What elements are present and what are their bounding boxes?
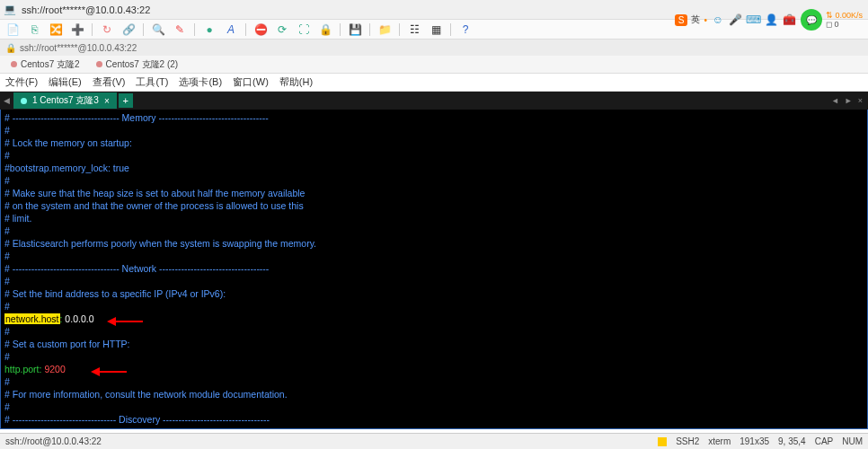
status-dot-icon bbox=[96, 61, 102, 67]
term-line: # on the system and that the owner of th… bbox=[4, 199, 864, 212]
plus-icon[interactable]: ➕ bbox=[68, 22, 86, 38]
link-icon[interactable]: 🔗 bbox=[120, 22, 137, 38]
menu-edit[interactable]: 编辑(E) bbox=[49, 75, 82, 89]
file-tab[interactable]: Centos7 克隆2 (2) bbox=[89, 57, 186, 73]
file-tab[interactable]: Centos7 克隆2 bbox=[4, 57, 87, 73]
window-title: ssh://root******@10.0.0.43:22 bbox=[22, 4, 150, 15]
status-pos: 9, 35,4 bbox=[778, 436, 806, 446]
dot-icon[interactable]: • bbox=[704, 15, 707, 25]
help-icon[interactable]: ? bbox=[456, 22, 474, 38]
session-dot-icon bbox=[21, 98, 27, 104]
nav-right-icon[interactable]: ► bbox=[845, 96, 853, 105]
tab-prev-icon[interactable]: ◀ bbox=[0, 96, 13, 105]
term-line: # ---------------------------------- Mem… bbox=[4, 111, 864, 124]
term-line: network.host: 0.0.0.0 bbox=[4, 313, 864, 325]
copy-icon[interactable]: ⎘ bbox=[25, 22, 43, 38]
term-line: # Elasticsearch performs poorly when the… bbox=[4, 237, 864, 250]
ime-icon[interactable]: S bbox=[675, 14, 688, 26]
term-line: # Set the bind address to a specific IP … bbox=[4, 287, 864, 300]
term-line: # limit. bbox=[4, 212, 864, 224]
menu-tool[interactable]: 工具(T) bbox=[136, 75, 168, 89]
chat-bubble-icon[interactable]: 💬 bbox=[801, 9, 822, 31]
term-line: # bbox=[4, 426, 864, 429]
status-indicator-icon bbox=[658, 437, 667, 446]
term-line: # bbox=[4, 174, 864, 187]
separator bbox=[369, 23, 370, 36]
menu-file[interactable]: 文件(F) bbox=[5, 75, 38, 89]
search-icon[interactable]: 🔍 bbox=[149, 22, 167, 38]
term-line: #bootstrap.memory_lock: true bbox=[4, 162, 864, 174]
nav-left-icon[interactable]: ◄ bbox=[831, 96, 839, 105]
separator bbox=[399, 23, 400, 36]
session-nav: ◄ ► × bbox=[826, 96, 868, 105]
save-icon[interactable]: 💾 bbox=[346, 22, 364, 38]
term-line: # bbox=[4, 250, 864, 262]
toolbox-icon[interactable]: 🧰 bbox=[783, 13, 797, 27]
term-line: # bbox=[4, 275, 864, 287]
lock-icon: 🔒 bbox=[5, 43, 16, 53]
block-icon[interactable]: ⛔ bbox=[252, 22, 270, 38]
lock-icon[interactable]: 🔒 bbox=[316, 22, 334, 38]
emoji-icon[interactable]: ☺ bbox=[711, 13, 725, 27]
term-line: # Lock the memory on startup: bbox=[4, 136, 864, 149]
term-line: # For more information, consult the netw… bbox=[4, 388, 864, 401]
term-line: http.port: 9200 bbox=[4, 363, 864, 375]
term-line: # bbox=[4, 375, 864, 388]
session-tab-label: 1 Centos7 克隆3 bbox=[32, 94, 99, 107]
status-term: xterm bbox=[708, 436, 731, 446]
term-line: # bbox=[4, 401, 864, 413]
font-icon[interactable]: A bbox=[222, 22, 240, 38]
terminal[interactable]: # ---------------------------------- Mem… bbox=[0, 110, 868, 429]
new-icon[interactable]: 📄 bbox=[4, 22, 22, 38]
tree-icon[interactable]: 🔀 bbox=[47, 22, 65, 38]
close-tab-icon[interactable]: × bbox=[104, 96, 110, 106]
menu-tab[interactable]: 选项卡(B) bbox=[179, 75, 222, 89]
separator bbox=[92, 23, 93, 36]
app-icon: 💻 bbox=[4, 4, 16, 16]
keyboard-icon[interactable]: ⌨ bbox=[747, 13, 761, 27]
grid-icon[interactable]: ▦ bbox=[427, 22, 445, 38]
separator bbox=[245, 23, 246, 36]
term-line: # bbox=[4, 300, 864, 313]
term-line: # bbox=[4, 149, 864, 162]
floating-toolbar: S 英 • ☺ 🎤 ⌨ 👤 🧰 💬 ⇅ 0.00K/s ◻ 0 bbox=[669, 0, 868, 40]
term-line: # Make sure that the heap size is set to… bbox=[4, 187, 864, 199]
list-icon[interactable]: ☷ bbox=[405, 22, 423, 38]
term-line: # --------------------------------- Disc… bbox=[4, 413, 864, 426]
mic-icon[interactable]: 🎤 bbox=[729, 13, 743, 27]
person-icon[interactable]: 👤 bbox=[765, 13, 779, 27]
new-session-button[interactable]: + bbox=[119, 93, 133, 108]
menu-bar: 文件(F) 编辑(E) 查看(V) 工具(T) 选项卡(B) 窗口(W) 帮助(… bbox=[0, 74, 868, 92]
address-bar: 🔒 ssh://root******@10.0.0.43:22 bbox=[0, 40, 868, 56]
menu-window[interactable]: 窗口(W) bbox=[233, 75, 269, 89]
file-tabs: Centos7 克隆2 Centos7 克隆2 (2) bbox=[0, 56, 868, 74]
term-line: # ---------------------------------- Net… bbox=[4, 262, 864, 275]
folder-icon[interactable]: 📁 bbox=[376, 22, 394, 38]
tab-label: Centos7 克隆2 (2) bbox=[106, 58, 179, 71]
reload-icon[interactable]: ↻ bbox=[98, 22, 116, 38]
marker-icon[interactable]: ✎ bbox=[171, 22, 189, 38]
menu-view[interactable]: 查看(V) bbox=[93, 75, 126, 89]
globe-icon[interactable]: ● bbox=[200, 22, 218, 38]
status-connection: ssh://root@10.0.0.43:22 bbox=[5, 436, 102, 446]
term-line: # bbox=[4, 124, 864, 136]
tab-label: Centos7 克隆2 bbox=[21, 58, 80, 71]
session-tab-bar: ◀ 1 Centos7 克隆3 × + ◄ ► × bbox=[0, 92, 868, 110]
session-tab-active[interactable]: 1 Centos7 克隆3 × bbox=[13, 92, 117, 109]
separator bbox=[143, 23, 144, 36]
term-line: # bbox=[4, 325, 864, 338]
config-value: 9200 bbox=[44, 364, 65, 374]
status-size: 191x35 bbox=[740, 436, 769, 446]
config-key: http.port bbox=[4, 364, 40, 374]
expand-icon[interactable]: ⛶ bbox=[295, 22, 313, 38]
refresh-icon[interactable]: ⟳ bbox=[273, 22, 291, 38]
config-key-highlight: network.host bbox=[4, 313, 60, 324]
status-caps: CAP bbox=[815, 436, 834, 446]
menu-help[interactable]: 帮助(H) bbox=[279, 75, 313, 89]
status-num: NUM bbox=[842, 436, 863, 446]
status-bar: ssh://root@10.0.0.43:22 SSH2 xterm 191x3… bbox=[0, 433, 868, 449]
close-all-icon[interactable]: × bbox=[858, 96, 863, 105]
ime-lang[interactable]: 英 bbox=[691, 13, 700, 26]
separator bbox=[340, 23, 341, 36]
status-dot-icon bbox=[11, 61, 17, 67]
